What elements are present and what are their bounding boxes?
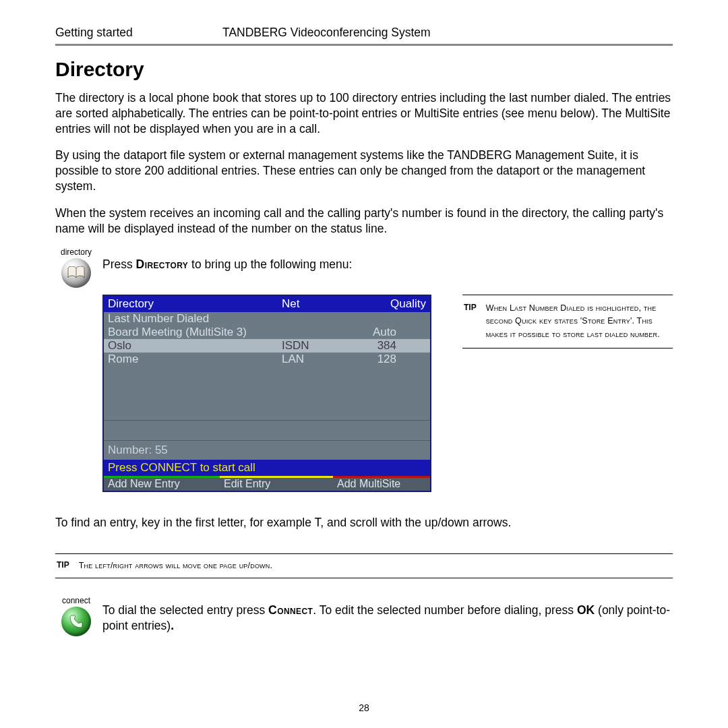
header-center: TANDBERG Videoconferencing System <box>222 26 673 40</box>
press-directory-text: Press Directory to bring up the followin… <box>102 247 352 272</box>
intro-para-1: The directory is a local phone book that… <box>55 90 673 137</box>
softkey-add-multi: Add MultiSite <box>333 476 430 491</box>
book-icon <box>61 258 91 288</box>
tip-box-2: TIP The left/right arrows will move one … <box>55 553 673 578</box>
connect-a: To dial the selected entry press <box>102 603 268 617</box>
tip-text-2: The left/right arrows will move one page… <box>79 559 273 572</box>
intro-para-2: By using the dataport file system or ext… <box>55 148 673 194</box>
dir-connect-prompt: Press CONNECT to start call <box>104 460 430 476</box>
page-header: Getting started TANDBERG Videoconferenci… <box>55 26 673 40</box>
page-number: 28 <box>0 702 728 713</box>
directory-menu-screenshot: Directory Net Quality Last Number Dialed… <box>102 295 431 492</box>
dir-col-net: Net <box>282 297 351 311</box>
tip-box-1: TIP When Last Number Dialed is highlight… <box>462 295 673 348</box>
directory-icon-label: directory <box>55 247 97 257</box>
connect-icon-block: connect <box>55 596 97 636</box>
connect-para: To dial the selected entry press Connect… <box>102 596 673 634</box>
find-entry-para: To find an entry, key in the first lette… <box>55 515 673 530</box>
tip-label: TIP <box>57 559 79 572</box>
dir-col-directory: Directory <box>104 297 282 311</box>
table-row-selected: Oslo ISDN 384 <box>104 339 430 353</box>
connect-b: . To edit the selected number before dia… <box>313 603 577 617</box>
connect-word: Connect <box>268 603 313 617</box>
softkey-edit: Edit Entry <box>220 476 333 491</box>
press-b: to bring up the following menu: <box>188 257 352 271</box>
connect-icon-label: connect <box>55 596 97 605</box>
table-row: Board Meeting (MultiSite 3) Auto <box>104 326 430 339</box>
dir-softkeys: Add New Entry Edit Entry Add MultiSite <box>104 476 430 491</box>
connect-d: . <box>171 619 174 632</box>
page-title: Directory <box>55 58 673 81</box>
table-row: Last Number Dialed <box>104 312 430 326</box>
directory-icon-block: directory <box>55 247 97 288</box>
dir-table-body: Last Number Dialed Board Meeting (MultiS… <box>104 312 430 440</box>
dir-table-header: Directory Net Quality <box>104 296 430 312</box>
softkey-add-new: Add New Entry <box>104 476 220 491</box>
dir-col-quality: Quality <box>351 297 430 311</box>
tip-text-1: When Last Number Dialed is highlighted, … <box>486 302 671 341</box>
intro-para-3: When the system receives an incoming cal… <box>55 206 673 237</box>
directory-instruction-row: directory Press Directory to bring up th… <box>55 247 673 288</box>
phone-icon <box>61 607 91 636</box>
press-a: Press <box>102 257 136 271</box>
header-left: Getting started <box>55 26 222 40</box>
ok-word: OK <box>577 603 595 617</box>
table-row: Rome LAN 128 <box>104 353 430 366</box>
press-directory-word: Directory <box>136 257 189 271</box>
tip-label: TIP <box>464 302 486 341</box>
connect-instruction-row: connect To dial the selected entry press… <box>55 596 673 636</box>
header-rule <box>55 44 673 46</box>
dir-number-line: Number: 55 <box>104 440 430 460</box>
